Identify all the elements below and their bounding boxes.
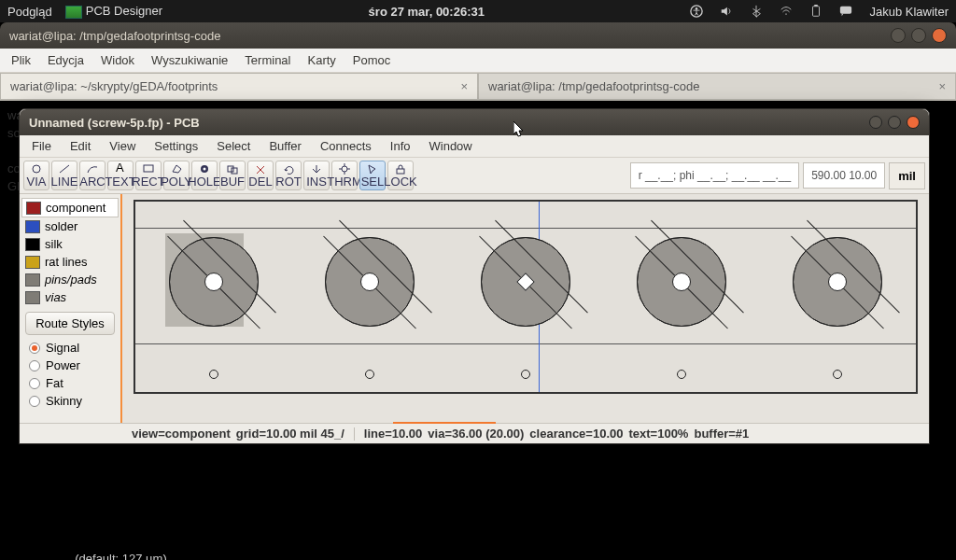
radio-icon (29, 360, 40, 371)
menu-settings[interactable]: Settings (148, 137, 204, 155)
panel-app-1[interactable]: Podgląd (7, 5, 52, 19)
pcb-close-button[interactable] (907, 116, 920, 129)
layer-swatch (25, 256, 40, 269)
pcb-window: Unnamed (screw-5p.fp) - PCB File Edit Vi… (19, 108, 930, 444)
route-styles-button[interactable]: Route Styles (25, 312, 115, 335)
route-fat[interactable]: Fat (21, 374, 119, 392)
layer-silk[interactable]: silk (21, 235, 119, 253)
route-power[interactable]: Power (21, 357, 119, 374)
battery-icon[interactable] (809, 5, 822, 18)
bluetooth-icon[interactable] (750, 5, 763, 18)
tool-del[interactable]: DEL (247, 161, 274, 190)
svg-rect-13 (397, 169, 404, 174)
layer-swatch (25, 291, 40, 304)
tool-line[interactable]: LINE (51, 161, 77, 190)
layer-swatch (25, 238, 40, 251)
layer-sidebar: componentsoldersilkrat linespins/padsvia… (20, 194, 122, 427)
unit-toggle[interactable]: mil (889, 162, 925, 189)
menu-connects[interactable]: Connects (314, 137, 378, 155)
close-icon[interactable]: × (460, 79, 468, 93)
accessibility-icon[interactable] (690, 5, 703, 18)
radio-icon (29, 378, 40, 389)
menu-edit[interactable]: Edit (63, 137, 97, 155)
tool-buf[interactable]: BUF (219, 161, 246, 190)
svg-point-12 (342, 166, 347, 172)
menu-pomoc[interactable]: Pomoc (347, 51, 396, 69)
tool-thrm[interactable]: THRM (331, 161, 358, 190)
pad-3[interactable] (481, 237, 570, 327)
menu-edycja[interactable]: Edycja (42, 51, 90, 69)
terminal-title-text: wariat@lipa: /tmp/gedafootprintsg-code (9, 29, 220, 43)
menu-view[interactable]: View (103, 137, 142, 155)
chat-icon[interactable] (839, 5, 852, 18)
menu-wyszukiwanie[interactable]: Wyszukiwanie (146, 51, 233, 69)
terminal-tabs: wariat@lipa: ~/skrypty/gEDA/footprints× … (0, 73, 956, 101)
tool-lock[interactable]: LOCK (387, 161, 414, 190)
tool-ins[interactable]: INS (303, 161, 330, 190)
pad-4[interactable] (637, 237, 726, 327)
tool-hole[interactable]: HOLE (191, 161, 218, 190)
pad-2[interactable] (325, 237, 415, 327)
menu-file[interactable]: File (25, 137, 58, 155)
pad-5[interactable] (793, 237, 882, 327)
pcb-canvas[interactable] (134, 200, 918, 394)
menu-info[interactable]: Info (384, 137, 417, 155)
svg-point-9 (204, 167, 206, 170)
terminal-minimize-button[interactable] (891, 28, 906, 43)
coord-readout: r __.__; phi __.__; __.__ __.__ (630, 162, 799, 189)
layer-swatch (25, 220, 40, 233)
pcb-minimize-button[interactable] (869, 116, 882, 129)
menu-terminal[interactable]: Terminal (239, 51, 296, 69)
svg-point-5 (33, 165, 40, 173)
dim-readout: 590.00 10.00 (803, 162, 885, 189)
menu-select[interactable]: Select (210, 137, 257, 155)
terminal-maximize-button[interactable] (911, 28, 926, 43)
svg-rect-2 (813, 7, 820, 17)
pcb-menubar: File Edit View Settings Select Buffer Co… (20, 135, 929, 158)
tool-sel[interactable]: SEL (359, 161, 386, 190)
layer-vias[interactable]: vias (21, 288, 119, 306)
tool-rect[interactable]: RECT (135, 161, 162, 190)
top-panel: Podgląd PCB Designer śro 27 mar, 00:26:3… (0, 0, 956, 22)
terminal-tab-2[interactable]: wariat@lipa: /tmp/gedafootprintsg-code× (478, 73, 956, 100)
menu-widok[interactable]: Widok (95, 51, 140, 69)
radio-icon (29, 396, 40, 407)
svg-rect-11 (232, 168, 237, 174)
pcb-info: r __.__; phi __.__; __.__ __.__ 590.00 1… (626, 162, 929, 189)
menu-plik[interactable]: Plik (6, 51, 36, 69)
terminal-titlebar[interactable]: wariat@lipa: /tmp/gedafootprintsg-code (0, 22, 956, 49)
pcb-titlebar[interactable]: Unnamed (screw-5p.fp) - PCB (20, 109, 929, 135)
layer-solder[interactable]: solder (21, 217, 119, 235)
tool-arc[interactable]: ARC (79, 161, 105, 190)
tool-via[interactable]: VIA (23, 161, 49, 190)
panel-clock[interactable]: śro 27 mar, 00:26:31 (162, 5, 690, 19)
volume-icon[interactable] (720, 5, 733, 18)
panel-user[interactable]: Jakub Klawiter (869, 5, 949, 19)
pcb-toolbar: VIA LINE ARC ATEXT RECT POLY HOLE BUF DE… (20, 158, 417, 193)
pcb-icon (65, 6, 82, 19)
terminal-tab-1[interactable]: wariat@lipa: ~/skrypty/gEDA/footprints× (0, 73, 478, 100)
panel-app-2[interactable]: PCB Designer (65, 4, 162, 19)
pcb-title-text: Unnamed (screw-5p.fp) - PCB (29, 116, 200, 130)
pad-1[interactable] (169, 237, 259, 327)
svg-rect-7 (144, 165, 153, 172)
tool-text[interactable]: ATEXT (107, 161, 134, 190)
layer-rat-lines[interactable]: rat lines (21, 253, 119, 271)
svg-rect-4 (840, 7, 851, 14)
close-icon[interactable]: × (938, 79, 946, 93)
svg-point-1 (696, 7, 698, 10)
tool-rot[interactable]: ROT (275, 161, 302, 190)
wifi-icon[interactable] (780, 5, 793, 18)
menu-karty[interactable]: Karty (302, 51, 341, 69)
terminal-close-button[interactable] (932, 28, 947, 43)
menu-buffer[interactable]: Buffer (262, 137, 307, 155)
route-signal[interactable]: Signal (21, 339, 119, 357)
menu-window[interactable]: Window (423, 137, 479, 155)
pcb-maximize-button[interactable] (888, 116, 901, 129)
pcb-statusbar: view=component grid=10.00 mil 45_/ line=… (20, 423, 929, 443)
svg-rect-10 (228, 166, 233, 172)
route-skinny[interactable]: Skinny (21, 392, 119, 410)
tool-poly[interactable]: POLY (163, 161, 190, 190)
layer-pins-pads[interactable]: pins/pads (21, 271, 119, 288)
layer-component[interactable]: component (21, 198, 119, 217)
